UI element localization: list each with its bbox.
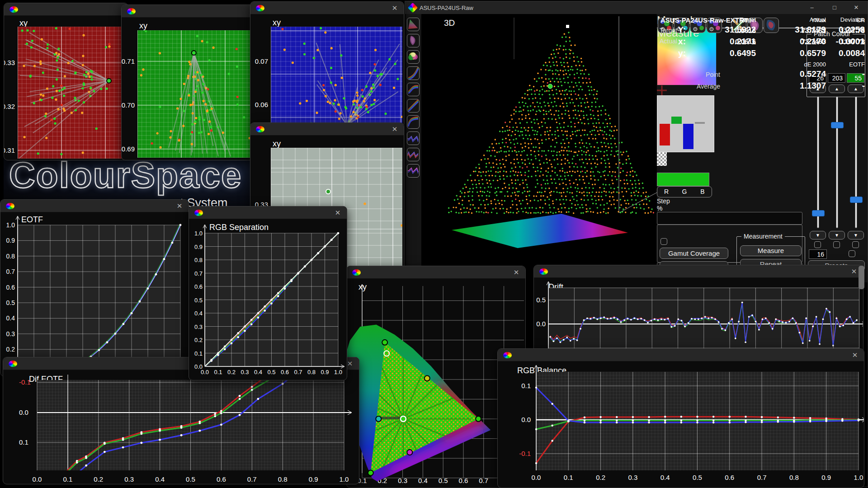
rgb-levels-thumb-icon[interactable] [407, 83, 420, 96]
gamut-uv-thumb-icon[interactable] [407, 34, 420, 47]
chart-title: 3D [444, 18, 455, 28]
channel-label-g[interactable]: G [675, 187, 693, 197]
x-tick-label: 0.4 [418, 477, 428, 484]
y-tick-label: 0.6 [6, 284, 15, 291]
close-icon[interactable]: ✕ [175, 202, 184, 211]
rgb-separation-thumb-icon[interactable] [407, 99, 420, 113]
channel-slider-thumb[interactable] [831, 122, 844, 128]
x-tick-label: 0.4 [254, 369, 262, 375]
close-icon[interactable]: ✕ [512, 268, 521, 277]
table-row: Y:31.592231.81790.2258 [657, 25, 868, 35]
window-titlebar[interactable]: ✕ [250, 2, 404, 14]
window-titlebar[interactable] [4, 3, 128, 16]
x-tick-label: 0.3 [628, 474, 637, 481]
window-titlebar[interactable]: ✕ [534, 265, 863, 278]
step-value-field[interactable]: 16 [809, 249, 827, 259]
chart-title: xy [139, 21, 147, 30]
close-icon[interactable]: ✕ [850, 351, 859, 360]
y-tick-label: -0.1 [19, 378, 31, 386]
drift-thumb-icon[interactable] [407, 131, 420, 145]
close-icon[interactable]: ✕ [333, 208, 342, 217]
close-icon[interactable]: ✕ [390, 125, 399, 134]
colourspace-icon [127, 8, 136, 14]
gamut-3d-thumb-icon[interactable] [407, 50, 420, 64]
y-tick-label: 0.3 [6, 330, 15, 338]
green-bar [671, 117, 682, 124]
x-tick-label: 0.0 [532, 474, 541, 481]
dif-eotf-thumb-icon[interactable] [407, 148, 420, 161]
y-tick-label: 0.33 [4, 59, 15, 66]
channel-label-r[interactable]: R [657, 187, 675, 197]
window-titlebar[interactable]: ✕ [0, 200, 189, 212]
x-tick-label: 0.1 [214, 369, 222, 375]
drift-window-chart: Drift0.50.0 [534, 278, 863, 360]
y-tick-label: 0.1 [521, 382, 531, 389]
slider-down-button[interactable]: ▼ [829, 231, 845, 239]
table-row: y:0.64950.65790.0084 [657, 48, 868, 58]
window-titlebar[interactable] [122, 5, 255, 18]
y-tick-label: 0.9 [194, 244, 203, 250]
colourspace-icon [256, 5, 264, 11]
channel-checkbox[interactable] [814, 241, 821, 248]
maximize-icon[interactable]: □ [828, 3, 841, 12]
x-tick-label: 0.8 [278, 475, 288, 483]
measurement-group-label: Measurement [741, 233, 785, 240]
chart-title: xy [359, 282, 367, 291]
colourspace-icon [9, 361, 17, 367]
channel-label-b[interactable]: B [693, 187, 712, 197]
y-tick-label: 0.3 [194, 324, 203, 330]
xy-blue-window-chart: xy0.070.06 [250, 14, 404, 127]
x-tick-label: 0.9 [309, 475, 318, 483]
channel-slider-track[interactable] [836, 96, 838, 228]
table-row: x:0.21710.2170-0.0001 [657, 37, 868, 47]
x-tick-label: 0.3 [241, 369, 249, 375]
red-bar [660, 124, 670, 145]
gamut-3d-view[interactable]: 3D [421, 14, 675, 282]
channel-slider-thumb[interactable] [850, 197, 863, 203]
y-tick-label: 0.0 [536, 320, 546, 328]
y-tick-label: 0.1 [19, 438, 28, 446]
channel-checkbox[interactable] [833, 241, 840, 248]
colourspace-icon [256, 126, 264, 132]
x-tick-label: 0.8 [307, 369, 316, 375]
window-titlebar[interactable]: ✕ [498, 349, 864, 361]
close-icon[interactable]: ✕ [390, 4, 399, 13]
close-icon[interactable]: ✕ [849, 267, 859, 276]
rgb-balance-window-chart: RGB Balance0.10.0-0.10.00.10.20.30.40.50… [498, 361, 864, 488]
minimize-icon[interactable]: – [805, 3, 819, 12]
gamut-xy-thumb-icon[interactable] [407, 18, 420, 31]
profile-name-row[interactable]: ASUS-PA24US-Raw-EXTRT- [657, 212, 802, 225]
drift-window: ✕Drift0.50.0 [533, 265, 863, 360]
x-tick-label: 1.0 [334, 369, 342, 375]
rgb-bars-preview [657, 95, 714, 152]
deviation-checkbox[interactable] [660, 238, 667, 245]
greyscale-thumb-icon[interactable] [407, 115, 420, 129]
gamut-coverage-button[interactable]: Gamut Coverage [660, 248, 728, 259]
slider-down-button[interactable]: ▼ [848, 231, 864, 239]
channel-slider-track[interactable] [817, 96, 819, 228]
channel-slider-track[interactable] [855, 96, 857, 228]
measure-button[interactable]: Measure [740, 245, 802, 256]
xy-green-window-chart: xy0.710.700.690.210.220.2 [122, 18, 256, 160]
window-titlebar[interactable]: ✕ [347, 266, 525, 279]
y-tick-label: 0.70 [122, 101, 135, 109]
scrollbar-handle[interactable] [859, 266, 864, 289]
x-tick-label: 0.21 [150, 160, 163, 160]
x-tick-label: 0.2 [240, 160, 249, 160]
x-tick-label: 0.6 [217, 475, 226, 483]
window-titlebar[interactable]: ✕ [189, 206, 347, 219]
percent-checkbox[interactable] [849, 250, 855, 257]
colour-shift-thumb-icon[interactable] [407, 164, 420, 178]
channel-slider-thumb[interactable] [812, 210, 825, 216]
colourspace-icon [6, 203, 14, 209]
rgb-balance-window: ✕RGB Balance0.10.0-0.10.00.10.20.30.40.5… [497, 348, 864, 488]
eotf-thumb-icon[interactable] [407, 66, 420, 80]
close-icon[interactable]: ✕ [849, 3, 863, 12]
channel-checkbox[interactable] [852, 241, 859, 248]
main-titlebar[interactable]: ASUS-PA24US-Raw – □ ✕ [405, 1, 868, 14]
y-tick-label: 0.5 [536, 296, 546, 304]
window-titlebar[interactable]: ✕ [250, 123, 404, 136]
y-tick-label: 0.06 [255, 101, 268, 108]
eotf-window-chart: EOTF1.00.90.80.70.60.50.40.30.20.10.0 [0, 212, 189, 376]
slider-down-button[interactable]: ▼ [810, 231, 826, 239]
